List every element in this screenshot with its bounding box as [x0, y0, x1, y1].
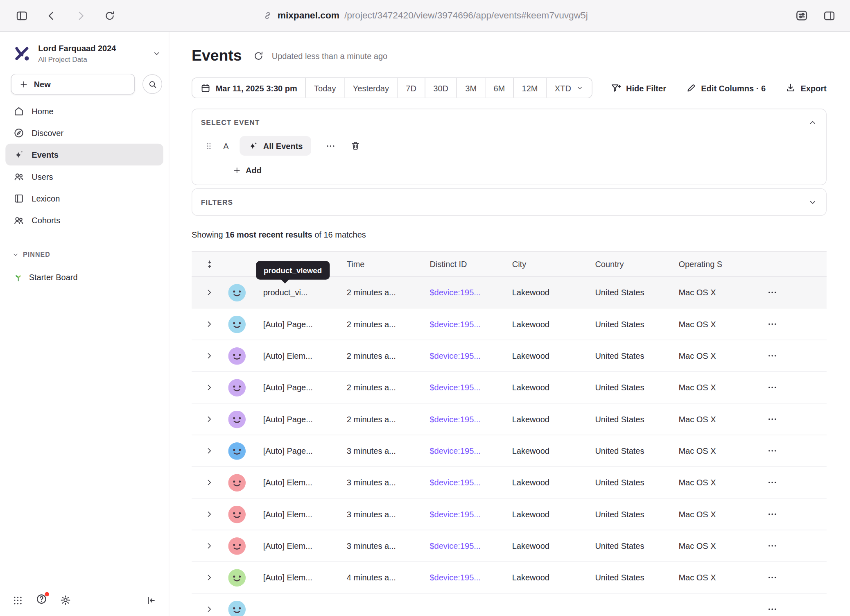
forward-icon[interactable]: [74, 9, 87, 22]
range-30d[interactable]: 30D: [425, 78, 457, 98]
pinned-board-starter[interactable]: Starter Board: [5, 267, 163, 287]
sidebar-item-lexicon[interactable]: Lexicon: [5, 187, 163, 209]
time-cell: 3 minutes a...: [347, 510, 430, 519]
sidebar-item-discover[interactable]: Discover: [5, 122, 163, 143]
row-actions-icon[interactable]: [767, 351, 777, 361]
row-actions-icon[interactable]: [767, 287, 777, 297]
toggle-sidebar-icon[interactable]: [15, 9, 28, 22]
distinct-id-link[interactable]: $device:195...: [430, 288, 512, 297]
event-avatar-icon: [228, 537, 246, 555]
expand-row-icon[interactable]: [205, 573, 214, 582]
all-events-pill[interactable]: All Events: [240, 136, 311, 156]
date-picker-button[interactable]: Mar 11, 2025 3:30 pm: [192, 78, 305, 98]
country-cell: United States: [595, 478, 678, 487]
distinct-id-link[interactable]: $device:195...: [430, 383, 512, 392]
collapse-section-icon[interactable]: [808, 118, 817, 127]
reload-icon[interactable]: [104, 9, 115, 21]
col-time[interactable]: Time: [347, 259, 430, 269]
distinct-id-link[interactable]: $device:195...: [430, 510, 512, 519]
row-actions-icon[interactable]: [767, 382, 777, 392]
page-settings-icon[interactable]: [795, 9, 808, 22]
refresh-icon[interactable]: [253, 50, 264, 61]
address-bar[interactable]: mixpanel.com/project/3472420/view/397469…: [262, 10, 588, 21]
collapse-sidebar-icon[interactable]: [145, 594, 157, 606]
table-row[interactable]: product_vi... 2 minutes a... $device:195…: [192, 277, 827, 308]
expand-row-icon[interactable]: [205, 288, 214, 297]
row-actions-icon[interactable]: [767, 604, 777, 614]
distinct-id-link[interactable]: $device:195...: [430, 446, 512, 455]
edit-columns-label: Edit Columns · 6: [701, 83, 766, 93]
export-button[interactable]: Export: [785, 82, 827, 93]
add-event-button[interactable]: Add: [233, 165, 262, 175]
table-row[interactable]: [Auto] Elem... 3 minutes a... $device:19…: [192, 467, 827, 498]
collapse-rows-icon[interactable]: [205, 259, 215, 269]
trash-icon[interactable]: [350, 140, 361, 152]
table-row[interactable]: [Auto] Elem... 3 minutes a... $device:19…: [192, 530, 827, 562]
distinct-id-link[interactable]: $device:195...: [430, 541, 512, 550]
row-actions-icon[interactable]: [767, 509, 777, 519]
city-cell: Lakewood: [512, 351, 595, 360]
range-3m[interactable]: 3M: [457, 78, 485, 98]
panel-right-icon[interactable]: [823, 9, 836, 22]
pinned-section-header[interactable]: PINNED: [12, 251, 169, 258]
sidebar-item-cohorts[interactable]: Cohorts: [5, 209, 163, 231]
distinct-id-link[interactable]: $device:195...: [430, 319, 512, 329]
expand-row-icon[interactable]: [205, 605, 214, 614]
col-country[interactable]: Country: [595, 259, 678, 269]
expand-row-icon[interactable]: [205, 478, 214, 487]
row-actions-icon[interactable]: [767, 414, 777, 424]
os-cell: Mac OS X: [678, 478, 754, 487]
col-distinct-id[interactable]: Distinct ID: [430, 259, 512, 269]
range-today[interactable]: Today: [305, 78, 344, 98]
expand-row-icon[interactable]: [205, 351, 214, 360]
row-actions-icon[interactable]: [767, 319, 777, 329]
expand-row-icon[interactable]: [205, 319, 214, 329]
table-row[interactable]: [Auto] Page... 2 minutes a... $device:19…: [192, 308, 827, 340]
table-row[interactable]: [Auto] Elem... 4 minutes a... $device:19…: [192, 562, 827, 593]
col-city[interactable]: City: [512, 259, 595, 269]
sidebar-item-events[interactable]: Events: [5, 144, 163, 165]
range-yesterday[interactable]: Yesterday: [344, 78, 397, 98]
filters-card[interactable]: FILTERS: [192, 188, 827, 216]
range-7d[interactable]: 7D: [397, 78, 425, 98]
table-row[interactable]: [Auto] Page... 2 minutes a... $device:19…: [192, 372, 827, 403]
back-icon[interactable]: [45, 9, 58, 22]
row-actions-icon[interactable]: [767, 572, 777, 582]
sidebar-item-users[interactable]: Users: [5, 165, 163, 187]
gear-icon[interactable]: [59, 594, 71, 606]
table-row[interactable]: [Auto] Elem... 2 minutes a... $device:19…: [192, 340, 827, 372]
distinct-id-link[interactable]: $device:195...: [430, 414, 512, 424]
col-os[interactable]: Operating S: [678, 259, 754, 269]
table-row[interactable]: [Auto] Elem... 3 minutes a... $device:19…: [192, 498, 827, 530]
os-cell: Mac OS X: [678, 319, 754, 329]
apps-grid-icon[interactable]: [12, 594, 23, 606]
distinct-id-link[interactable]: $device:195...: [430, 351, 512, 360]
expand-row-icon[interactable]: [205, 541, 214, 550]
table-row[interactable]: [Auto] Page... 3 minutes a... $device:19…: [192, 435, 827, 467]
distinct-id-link[interactable]: $device:195...: [430, 573, 512, 582]
workspace-switcher[interactable]: Lord Farquaad 2024 All Project Data: [12, 44, 161, 63]
row-actions-icon[interactable]: [767, 477, 777, 487]
row-actions-icon[interactable]: [767, 446, 777, 456]
expand-row-icon[interactable]: [205, 446, 214, 455]
table-row[interactable]: [192, 593, 827, 616]
range-12m[interactable]: 12M: [513, 78, 546, 98]
row-actions-icon[interactable]: [767, 541, 777, 551]
edit-columns-button[interactable]: Edit Columns · 6: [686, 82, 766, 93]
event-options-icon[interactable]: [325, 140, 335, 151]
range-6m[interactable]: 6M: [485, 78, 513, 98]
country-cell: United States: [595, 573, 678, 582]
distinct-id-link[interactable]: $device:195...: [430, 478, 512, 487]
expand-row-icon[interactable]: [205, 510, 214, 519]
hide-filter-button[interactable]: Hide Filter: [610, 82, 666, 94]
expand-row-icon[interactable]: [205, 414, 214, 424]
new-button[interactable]: New: [11, 74, 135, 95]
search-button[interactable]: [142, 74, 162, 94]
expand-row-icon[interactable]: [205, 383, 214, 392]
table-row[interactable]: [Auto] Page... 2 minutes a... $device:19…: [192, 403, 827, 435]
event-name-cell: [Auto] Elem...: [252, 541, 347, 550]
sidebar-item-home[interactable]: Home: [5, 100, 163, 122]
drag-handle-icon[interactable]: [204, 141, 214, 151]
range-xtd[interactable]: XTD: [546, 78, 592, 98]
expand-section-icon[interactable]: [808, 197, 817, 207]
